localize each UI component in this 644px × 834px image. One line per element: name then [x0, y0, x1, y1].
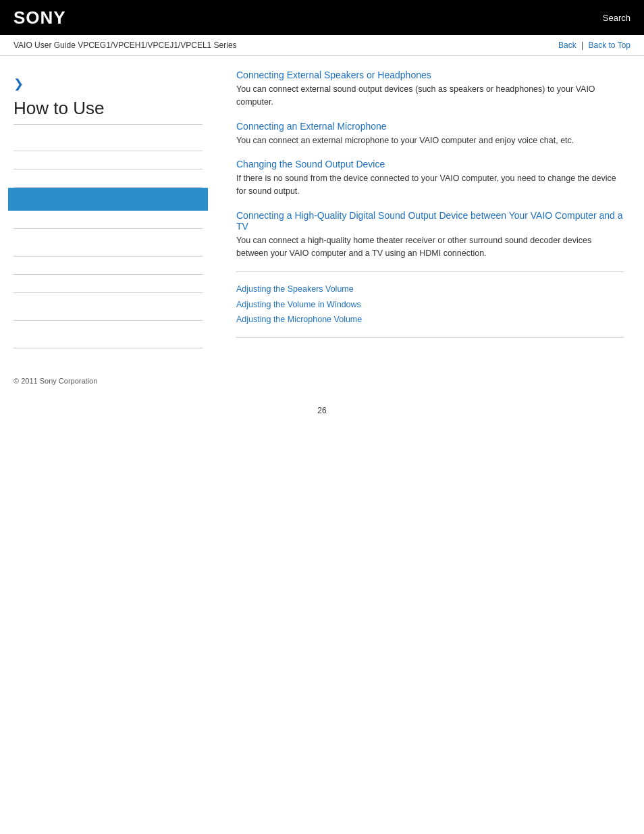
- page-number: 26: [0, 392, 644, 422]
- sidebar-item-1[interactable]: [14, 133, 203, 151]
- desc-external-microphone: You can connect an external microphone t…: [236, 134, 624, 147]
- sidebar-item-active[interactable]: [8, 188, 208, 211]
- link-external-microphone[interactable]: Connecting an External Microphone: [236, 121, 624, 132]
- content-divider-2: [236, 337, 624, 338]
- main-layout: ❯ How to Use Connecting External Speaker…: [0, 56, 644, 362]
- copyright-text: © 2011 Sony Corporation: [14, 377, 97, 385]
- desc-sound-output: If there is no sound from the device con…: [236, 172, 624, 198]
- sidebar-item-10[interactable]: [14, 330, 203, 348]
- desc-hdmi-device: You can connect a high-quality home thea…: [236, 234, 624, 260]
- sidebar-item-7[interactable]: [14, 257, 203, 275]
- back-link[interactable]: Back: [558, 41, 576, 50]
- breadcrumb-bar: VAIO User Guide VPCEG1/VPCEH1/VPCEJ1/VPC…: [0, 35, 644, 56]
- link-sound-output[interactable]: Changing the Sound Output Device: [236, 159, 624, 170]
- content-divider-1: [236, 271, 624, 272]
- sidebar-title: How to Use: [14, 98, 203, 125]
- breadcrumb-separator: |: [581, 41, 583, 50]
- sidebar-arrow-icon: ❯: [14, 76, 203, 91]
- sony-logo: SONY: [14, 7, 66, 28]
- back-to-top-link[interactable]: Back to Top: [589, 41, 630, 50]
- sidebar-spacer-1: [14, 229, 203, 238]
- sidebar-spacer-3: [14, 321, 203, 330]
- link-speakers-volume[interactable]: Adjusting the Speakers Volume: [236, 282, 624, 297]
- link-volume-windows[interactable]: Adjusting the Volume in Windows: [236, 297, 624, 313]
- sidebar-item-9[interactable]: [14, 303, 203, 321]
- section-external-speakers: Connecting External Speakers or Headphon…: [236, 70, 624, 109]
- link-hdmi-device[interactable]: Connecting a High-Quality Digital Sound …: [236, 210, 624, 232]
- section-hdmi-device: Connecting a High-Quality Digital Sound …: [236, 210, 624, 260]
- search-button[interactable]: Search: [603, 13, 630, 23]
- sidebar-item-8[interactable]: [14, 275, 203, 293]
- guide-title: VAIO User Guide VPCEG1/VPCEH1/VPCEJ1/VPC…: [14, 41, 237, 50]
- content-area: Connecting External Speakers or Headphon…: [216, 56, 644, 362]
- link-microphone-volume[interactable]: Adjusting the Microphone Volume: [236, 312, 624, 328]
- section-external-microphone: Connecting an External Microphone You ca…: [236, 121, 624, 147]
- sidebar-spacer-2: [14, 293, 203, 303]
- sidebar: ❯ How to Use: [0, 56, 216, 362]
- page-footer: © 2011 Sony Corporation: [0, 362, 644, 392]
- desc-external-speakers: You can connect external sound output de…: [236, 83, 624, 109]
- related-links: Adjusting the Speakers Volume Adjusting …: [236, 282, 624, 328]
- sidebar-item-6[interactable]: [14, 238, 203, 257]
- sidebar-item-5[interactable]: [14, 211, 203, 229]
- section-sound-output: Changing the Sound Output Device If ther…: [236, 159, 624, 198]
- sidebar-item-3[interactable]: [14, 170, 203, 188]
- breadcrumb-nav: Back | Back to Top: [558, 41, 630, 50]
- sidebar-item-2[interactable]: [14, 151, 203, 170]
- page-header: SONY Search: [0, 0, 644, 35]
- link-external-speakers[interactable]: Connecting External Speakers or Headphon…: [236, 70, 624, 80]
